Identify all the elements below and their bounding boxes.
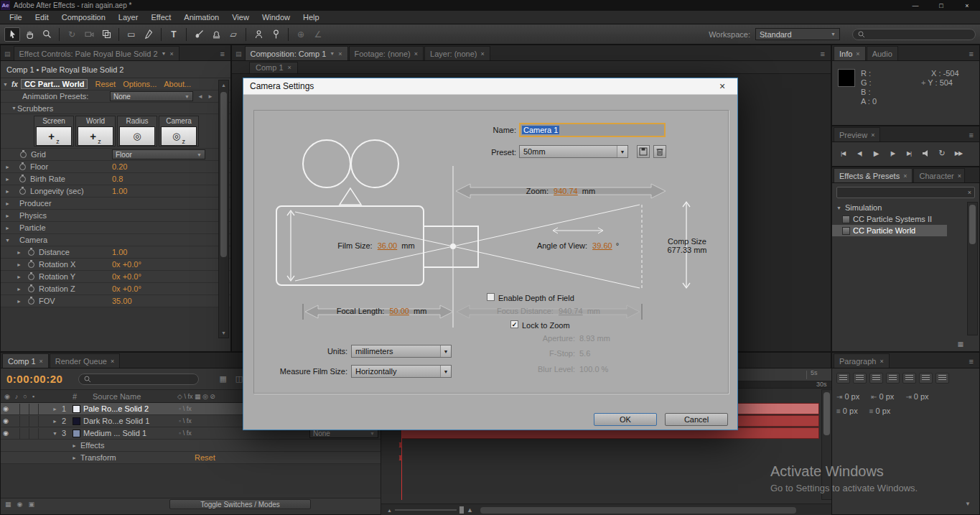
comp-subtab[interactable]: Comp 1 × <box>249 62 298 73</box>
expand-inout-icon[interactable]: ◉ <box>17 501 23 508</box>
property-value[interactable]: 0x +0.0° <box>112 272 141 281</box>
property-row-particle[interactable]: ► Particle <box>1 222 230 234</box>
pan-behind-tool-icon[interactable] <box>98 27 114 42</box>
menu-edit[interactable]: Edit <box>29 13 55 22</box>
expander-icon[interactable]: ▼ <box>11 106 17 111</box>
tracks-vertical-scrollbar[interactable] <box>821 389 832 500</box>
radius-scrubber-button[interactable]: ◎ <box>119 126 155 146</box>
eye-icon[interactable]: ◉ <box>1 405 11 412</box>
expander-icon[interactable]: ► <box>52 419 58 424</box>
eraser-tool-icon[interactable]: ▱ <box>225 27 241 42</box>
clear-search-icon[interactable]: × <box>968 189 971 196</box>
units-dropdown[interactable]: millimeters ▼ <box>351 345 452 358</box>
scrubbers-group-row[interactable]: ▼ Scrubbers <box>1 103 230 114</box>
expander-icon[interactable]: ► <box>16 250 22 255</box>
audio-cell[interactable] <box>11 404 20 414</box>
expander-icon[interactable]: ▼ <box>52 431 58 436</box>
vertical-scrollbar[interactable] <box>967 202 978 335</box>
save-preset-button[interactable] <box>637 145 650 158</box>
menu-file[interactable]: File <box>3 13 29 22</box>
close-button[interactable]: × <box>954 0 980 11</box>
audio-mute-button[interactable] <box>918 147 933 159</box>
indent-right-field[interactable]: ⇤0 px <box>871 392 894 401</box>
axis-mode-icon[interactable]: ⊕ <box>293 27 309 42</box>
tree-item-cc-particle-world[interactable]: CC Particle World <box>832 225 947 236</box>
close-icon[interactable]: × <box>856 50 859 57</box>
dialog-close-icon[interactable]: × <box>707 78 737 94</box>
switch-icons[interactable]: ◦ \ fx <box>179 405 192 412</box>
puppet-pin-tool-icon[interactable] <box>268 27 284 42</box>
comp-mini-flowchart-icon[interactable]: ▦ <box>219 374 226 384</box>
zoom-slider-thumb[interactable] <box>459 506 464 514</box>
close-icon[interactable]: × <box>338 50 342 57</box>
scrollbar-thumb[interactable] <box>220 92 227 257</box>
transfer-controls-icon[interactable]: ▣ <box>28 501 34 508</box>
delete-preset-button[interactable] <box>653 145 666 158</box>
property-row-physics[interactable]: ► Physics <box>1 210 230 222</box>
zoom-readout[interactable]: Zoom: 940.74 mm <box>459 187 663 195</box>
stopwatch-icon[interactable] <box>28 286 34 292</box>
type-tool-icon[interactable]: T <box>166 27 182 42</box>
zoom-slider-track[interactable] <box>395 509 457 511</box>
layer-name[interactable]: Dark Ro...e Solid 1 <box>83 417 149 425</box>
vertical-scrollbar[interactable]: ▲ ▼ <box>218 80 229 338</box>
panel-menu-icon[interactable]: ≡ <box>965 357 978 366</box>
scrollbar-thumb[interactable] <box>823 392 830 435</box>
menu-view[interactable]: View <box>225 13 256 22</box>
camera-name-input[interactable]: Camera 1 <box>519 123 666 137</box>
panel-grip-icon[interactable]: ▤ <box>2 50 13 57</box>
panel-menu-icon[interactable]: ≡ <box>816 50 829 58</box>
dialog-title-bar[interactable]: Camera Settings × <box>243 78 737 95</box>
property-row-producer[interactable]: ► Producer <box>1 198 230 210</box>
tab-comp1[interactable]: Comp 1 × <box>2 353 49 368</box>
close-icon[interactable]: × <box>169 50 173 57</box>
expander-icon[interactable]: ▼ <box>2 82 9 87</box>
expander-icon[interactable]: ► <box>71 455 78 460</box>
options-link[interactable]: Options... <box>123 80 157 88</box>
tab-paragraph[interactable]: Paragraph × <box>834 353 890 368</box>
tab-effect-controls[interactable]: Effect Controls: Pale Royal Blue Solid 2… <box>14 46 179 60</box>
audio-cell[interactable] <box>11 428 20 439</box>
pen-tool-icon[interactable] <box>141 27 157 42</box>
space-before-field[interactable]: ≡0 px <box>836 407 858 415</box>
property-value[interactable]: 0.20 <box>112 162 127 171</box>
stopwatch-icon[interactable] <box>19 188 26 195</box>
expander-icon[interactable]: ► <box>4 177 11 182</box>
effects-search-input[interactable] <box>840 189 968 197</box>
zoom-tool-icon[interactable] <box>39 27 55 42</box>
menu-effect[interactable]: Effect <box>144 13 177 22</box>
zoom-in-mountain-icon[interactable]: ▲ <box>467 506 473 514</box>
stopwatch-icon[interactable] <box>19 176 26 182</box>
layer-color-chip[interactable] <box>73 430 80 437</box>
shape-tool-icon[interactable]: ▭ <box>123 27 139 42</box>
draft3d-icon[interactable]: ◫ <box>235 374 243 384</box>
play-button[interactable]: ▶ <box>868 147 884 159</box>
expander-icon[interactable]: ► <box>4 213 11 218</box>
expander-icon[interactable]: ► <box>16 299 22 304</box>
clone-stamp-tool-icon[interactable] <box>208 27 224 42</box>
enable-dof-checkbox[interactable] <box>487 293 495 301</box>
scrollbar-thumb[interactable] <box>969 205 976 244</box>
menu-composition[interactable]: Composition <box>55 13 112 22</box>
justify-all-button[interactable] <box>935 373 949 384</box>
eye-icon[interactable]: ◉ <box>1 417 11 424</box>
indent-left-field[interactable]: ⇥0 px <box>836 392 859 401</box>
lock-cell[interactable] <box>29 416 39 427</box>
layer-name[interactable]: Medium ... Solid 1 <box>83 429 146 437</box>
close-icon[interactable]: × <box>871 131 874 139</box>
first-frame-button[interactable]: |◀ <box>835 147 851 159</box>
enable-dof-label[interactable]: Enable Depth of Field <box>498 294 574 302</box>
horizontal-scrollbar-thumb[interactable] <box>480 507 796 514</box>
scroll-up-icon[interactable]: ▲ <box>219 80 228 90</box>
stopwatch-icon[interactable] <box>28 298 34 305</box>
scroll-down-icon[interactable]: ▼ <box>219 328 228 338</box>
expander-icon[interactable]: ► <box>4 189 11 194</box>
space-after-field[interactable]: ≡0 px <box>869 407 891 415</box>
expander-icon[interactable]: ► <box>52 407 58 412</box>
stopwatch-icon[interactable] <box>20 152 27 158</box>
tab-info[interactable]: Info × <box>834 46 866 60</box>
effects-search-box[interactable]: × <box>836 187 975 198</box>
close-icon[interactable]: × <box>480 50 484 57</box>
ram-preview-button[interactable]: ▶▶ <box>951 147 966 159</box>
align-left-button[interactable] <box>836 373 850 384</box>
